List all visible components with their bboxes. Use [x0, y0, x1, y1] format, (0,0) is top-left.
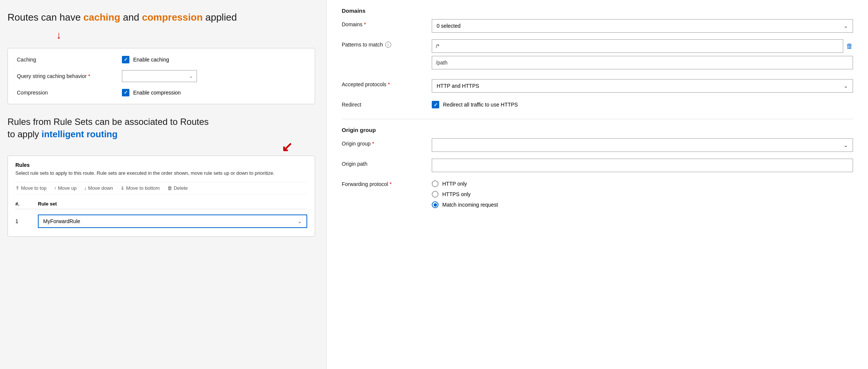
domains-section-header: Domains — [342, 8, 853, 14]
radio-selected-indicator — [434, 203, 437, 207]
delete-pattern-icon[interactable]: 🗑 — [846, 42, 853, 50]
chevron-down-icon: ⌄ — [844, 142, 848, 148]
origin-path-row: Origin path — [342, 159, 853, 172]
chevron-down-icon: ⌄ — [189, 74, 193, 79]
rules-toolbar: ⇑ Move to top ↑ Move up ↓ Move down ⇓ Mo… — [15, 182, 307, 194]
rule-dropdown-value: MyForwardRule — [43, 218, 80, 224]
radio-match-incoming[interactable]: Match incoming request — [432, 201, 853, 208]
left-panel: Routes can have caching and compression … — [0, 0, 326, 369]
col-num-header: #. — [15, 201, 30, 207]
headline1-suffix: applied — [203, 12, 237, 23]
move-to-bottom-button[interactable]: ⇓ Move to bottom — [120, 185, 160, 191]
move-down-button[interactable]: ↓ Move down — [84, 185, 113, 191]
radio-https-only-button[interactable] — [432, 191, 439, 198]
enable-caching-checkbox[interactable] — [122, 56, 129, 63]
compression-row: Compression Enable compression — [17, 89, 306, 96]
radio-http-only-label: HTTP only — [442, 181, 467, 187]
arrow-down-icon: ↓ — [56, 29, 62, 41]
protocols-row: Accepted protocols * HTTP and HTTPS ⌄ — [342, 79, 853, 93]
table-row: 1 MyForwardRule ⌄ — [15, 212, 307, 230]
enable-compression-checkbox[interactable] — [122, 89, 129, 96]
forwarding-label: Forwarding protocol * — [342, 179, 424, 187]
radio-https-only-label: HTTPS only — [442, 191, 470, 197]
domains-required: * — [364, 21, 366, 27]
caching-headline: Routes can have caching and compression … — [8, 11, 315, 24]
caching-label: Caching — [17, 57, 122, 63]
protocols-dropdown[interactable]: HTTP and HTTPS ⌄ — [432, 79, 853, 93]
redirect-checkbox[interactable] — [432, 101, 439, 108]
forwarding-control: HTTP only HTTPS only Match incoming requ… — [432, 179, 853, 208]
rules-box: Rules Select rule sets to apply to this … — [8, 156, 315, 237]
radio-https-only[interactable]: HTTPS only — [432, 191, 853, 198]
patterns-row: Patterns to match i 🗑 — [342, 39, 853, 72]
move-up-icon: ↑ — [54, 185, 57, 191]
redirect-control: Redirect all traffic to use HTTPS — [432, 99, 853, 108]
domains-label: Domains * — [342, 19, 424, 27]
origin-section: Origin group Origin group * ⌄ Origin pat… — [342, 127, 853, 208]
radio-http-only-button[interactable] — [432, 180, 439, 187]
redirect-checkbox-label: Redirect all traffic to use HTTPS — [443, 102, 518, 108]
origin-group-label: Origin group * — [342, 138, 424, 147]
headline1-prefix: Routes can have — [8, 12, 83, 23]
query-string-row: Query string caching behavior * ⌄ — [17, 70, 306, 82]
caching-row: Caching Enable caching — [17, 56, 306, 63]
rule-dropdown[interactable]: MyForwardRule ⌄ — [38, 214, 307, 228]
rules-title: Rules — [15, 162, 307, 168]
move-up-button[interactable]: ↑ Move up — [54, 185, 77, 191]
pattern-row-1: 🗑 — [432, 39, 853, 53]
intelligent-routing-highlight: intelligent routing — [42, 129, 118, 139]
query-string-dropdown[interactable]: ⌄ — [122, 70, 197, 82]
move-down-icon: ↓ — [84, 185, 87, 191]
domains-control: 0 selected ⌄ — [432, 19, 853, 33]
rules-table-header: #. Rule set — [15, 199, 307, 209]
rules-headline: Rules from Rule Sets can be associated t… — [8, 116, 315, 141]
radio-http-only[interactable]: HTTP only — [432, 180, 853, 187]
move-to-top-button[interactable]: ⇑ Move to top — [15, 185, 47, 191]
domains-row: Domains * 0 selected ⌄ — [342, 19, 853, 33]
headline1-caching: caching — [83, 12, 120, 23]
headline1-compression: compression — [142, 12, 203, 23]
chevron-down-icon: ⌄ — [297, 218, 302, 224]
enable-caching-label: Enable caching — [133, 57, 169, 63]
protocols-control: HTTP and HTTPS ⌄ — [432, 79, 853, 93]
query-string-label: Query string caching behavior * — [17, 73, 122, 79]
origin-path-input[interactable] — [432, 159, 853, 172]
enable-caching-row: Enable caching — [122, 56, 169, 63]
radio-match-incoming-button[interactable] — [432, 201, 439, 208]
radio-match-incoming-label: Match incoming request — [442, 202, 498, 208]
redirect-label: Redirect — [342, 99, 424, 108]
move-to-top-icon: ⇑ — [15, 185, 20, 191]
move-to-bottom-icon: ⇓ — [120, 185, 125, 191]
enable-compression-row: Enable compression — [122, 89, 181, 96]
info-icon[interactable]: i — [385, 42, 391, 48]
redirect-row: Redirect Redirect all traffic to use HTT… — [342, 99, 853, 108]
rule-number: 1 — [15, 218, 30, 224]
rules-headline-line2: to apply intelligent routing — [8, 128, 315, 141]
right-panel: Domains Domains * 0 selected ⌄ Patterns … — [326, 0, 868, 369]
arrow-curve-icon: ↙ — [281, 139, 293, 155]
forwarding-radio-group: HTTP only HTTPS only Match incoming requ… — [432, 179, 853, 208]
patterns-control: 🗑 — [432, 39, 853, 72]
query-required: * — [88, 73, 90, 79]
compression-label: Compression — [17, 90, 122, 96]
rules-headline-line1: Rules from Rule Sets can be associated t… — [8, 116, 315, 128]
domains-section: Domains Domains * 0 selected ⌄ Patterns … — [342, 8, 853, 108]
forwarding-row: Forwarding protocol * HTTP only HTTPS on… — [342, 179, 853, 208]
delete-button[interactable]: 🗑 Delete — [167, 185, 188, 191]
pattern-input-1[interactable] — [432, 39, 843, 53]
origin-group-row: Origin group * ⌄ — [342, 138, 853, 152]
enable-compression-label: Enable compression — [133, 90, 181, 96]
pattern-input-2[interactable] — [432, 56, 853, 69]
origin-group-dropdown[interactable]: ⌄ — [432, 138, 853, 152]
patterns-label: Patterns to match i — [342, 39, 424, 48]
chevron-down-icon: ⌄ — [844, 83, 848, 89]
domains-dropdown[interactable]: 0 selected ⌄ — [432, 19, 853, 33]
rules-description: Select rule sets to apply to this route.… — [15, 170, 307, 177]
headline1-mid: and — [120, 12, 142, 23]
origin-path-control — [432, 159, 853, 172]
protocols-label: Accepted protocols * — [342, 79, 424, 87]
chevron-down-icon: ⌄ — [844, 23, 848, 29]
origin-path-label: Origin path — [342, 159, 424, 167]
redirect-checkbox-row: Redirect all traffic to use HTTPS — [432, 99, 853, 108]
origin-group-control: ⌄ — [432, 138, 853, 152]
